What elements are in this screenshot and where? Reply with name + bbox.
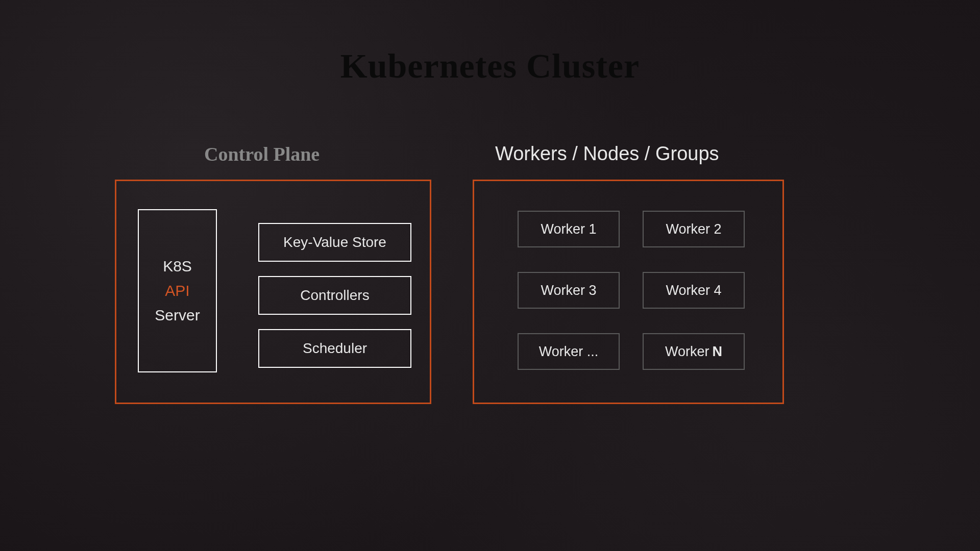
worker-ellipsis-box: Worker ... bbox=[518, 333, 620, 370]
key-value-store-box: Key-Value Store bbox=[258, 223, 411, 262]
worker-2-box: Worker 2 bbox=[643, 211, 745, 247]
worker-n-box: Worker N bbox=[643, 333, 745, 370]
workers-section-title: Workers / Nodes / Groups bbox=[495, 143, 719, 165]
worker-n-prefix: Worker bbox=[665, 344, 709, 360]
worker-3-box: Worker 3 bbox=[518, 272, 620, 309]
api-line-api: API bbox=[165, 282, 189, 299]
control-plane-section-title: Control Plane bbox=[204, 143, 320, 165]
worker-4-box: Worker 4 bbox=[643, 272, 745, 309]
controllers-box: Controllers bbox=[258, 276, 411, 315]
api-server-box: K8S API Server bbox=[138, 209, 217, 372]
worker-1-box: Worker 1 bbox=[518, 211, 620, 247]
scheduler-box: Scheduler bbox=[258, 329, 411, 368]
control-plane-panel: K8S API Server Key-Value Store Controlle… bbox=[115, 180, 431, 404]
diagram-title: Kubernetes Cluster bbox=[340, 46, 640, 86]
api-line-k8s: K8S bbox=[163, 258, 192, 275]
api-line-server: Server bbox=[155, 307, 200, 324]
worker-n-suffix: N bbox=[713, 344, 723, 360]
workers-panel: Worker 1 Worker 2 Worker 3 Worker 4 Work… bbox=[473, 180, 784, 404]
